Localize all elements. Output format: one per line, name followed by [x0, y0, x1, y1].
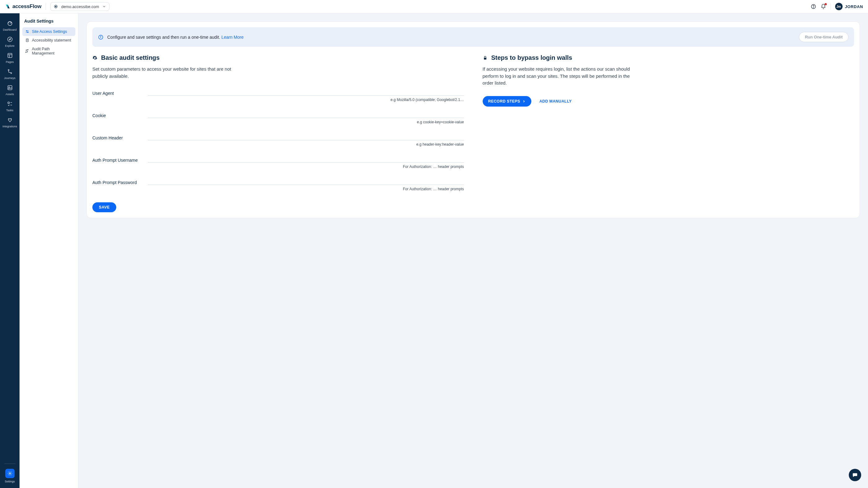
svg-rect-14: [8, 102, 9, 103]
svg-marker-6: [9, 39, 10, 40]
chevron-right-icon: [522, 99, 526, 103]
field-hint: For Authorization: … header prompts: [148, 165, 464, 169]
rail-item-assets[interactable]: Assets: [0, 82, 20, 98]
chevron-down-icon: [102, 5, 106, 8]
save-button[interactable]: SAVE: [92, 202, 116, 212]
compass-icon: [7, 36, 13, 42]
svg-point-13: [9, 87, 10, 88]
user-menu[interactable]: Jm JORDAN: [835, 3, 863, 10]
sidebar-item-site-access[interactable]: Site Access Settings: [22, 27, 75, 36]
chat-icon: [852, 472, 858, 478]
info-banner: Configure and save settings and then run…: [92, 27, 854, 47]
path-icon: [25, 49, 29, 53]
svg-point-17: [9, 473, 10, 475]
cookie-input[interactable]: [148, 113, 464, 118]
app-logo[interactable]: accessFlow: [5, 3, 41, 10]
auth-username-input[interactable]: [148, 158, 464, 163]
learn-more-link[interactable]: Learn More: [221, 35, 244, 40]
basic-settings-column: Basic audit settings Set custom paramete…: [92, 54, 464, 212]
lock-icon: [483, 56, 488, 60]
rail-item-integrations[interactable]: Integrations: [0, 114, 20, 130]
record-steps-button[interactable]: RECORD STEPS: [483, 96, 531, 106]
main-content: Configure and save settings and then run…: [79, 13, 868, 488]
field-auth-password: Auth Prompt Password For Authorization: …: [92, 180, 464, 191]
help-button[interactable]: [811, 4, 816, 9]
svg-rect-12: [8, 86, 12, 90]
sliders-icon: [25, 29, 29, 34]
rail-item-settings[interactable]: Settings: [0, 466, 20, 486]
avatar: Jm: [835, 3, 843, 10]
steps-column: Steps to bypass login walls If accessing…: [483, 54, 855, 212]
route-icon: [7, 68, 13, 75]
svg-point-10: [8, 69, 9, 70]
divider: [4, 463, 16, 464]
svg-rect-7: [8, 53, 12, 57]
sidebar-item-accessibility-statement[interactable]: Accessibility statement: [22, 36, 75, 44]
field-custom-header: Custom Header e.g header-key:header-valu…: [92, 135, 464, 147]
basic-settings-desc: Set custom parameters to access your web…: [92, 66, 235, 79]
tasks-icon: [7, 101, 13, 107]
gear-icon: [7, 470, 13, 476]
site-selector[interactable]: demo.accessibe.com: [50, 2, 109, 11]
svg-point-11: [10, 72, 11, 73]
layout-icon: [7, 52, 13, 59]
svg-point-21: [28, 32, 28, 33]
sidebar-title: Audit Settings: [22, 18, 75, 27]
steps-desc: If accessing your website requires login…: [483, 66, 638, 87]
field-auth-username: Auth Prompt Username For Authorization: …: [92, 157, 464, 169]
sidebar-item-audit-path[interactable]: Audit Path Management: [22, 44, 75, 58]
notification-dot: [825, 3, 827, 5]
rail-item-journeys[interactable]: Journeys: [0, 66, 20, 82]
banner-text: Configure and save settings and then run…: [107, 35, 244, 40]
svg-point-29: [100, 36, 101, 37]
chat-fab[interactable]: [849, 469, 861, 481]
steps-title: Steps to bypass login walls: [483, 54, 855, 61]
svg-point-5: [7, 37, 12, 42]
settings-sidebar: Audit Settings Site Access Settings Acce…: [20, 13, 79, 488]
divider: [45, 3, 46, 10]
user-agent-input[interactable]: [148, 91, 464, 96]
rail-item-explore[interactable]: Explore: [0, 34, 20, 50]
settings-card: Configure and save settings and then run…: [87, 21, 860, 218]
image-icon: [7, 85, 13, 91]
gear-icon: [92, 56, 97, 60]
field-hint: e.g header-key:header-value: [148, 142, 464, 147]
svg-point-25: [25, 52, 26, 53]
field-user-agent: User Agent e.g Mozilla/5.0 (compatible; …: [92, 90, 464, 102]
dashboard-icon: [7, 20, 13, 26]
notifications-button[interactable]: [820, 4, 826, 9]
divider: [831, 3, 831, 10]
user-name: JORDAN: [845, 4, 863, 9]
site-domain: demo.accessibe.com: [61, 4, 99, 9]
field-cookie: Cookie e.g cookie-key=cookie-value: [92, 112, 464, 124]
help-icon: [811, 4, 816, 9]
svg-point-20: [26, 31, 27, 31]
svg-rect-30: [484, 58, 486, 60]
basic-settings-title: Basic audit settings: [92, 54, 464, 61]
run-audit-button[interactable]: Run One-time Audit: [799, 32, 848, 42]
field-hint: For Authorization: … header prompts: [148, 187, 464, 191]
target-icon: [54, 4, 58, 9]
plug-icon: [7, 117, 13, 123]
add-manually-button[interactable]: ADD MANUALLY: [539, 99, 571, 103]
svg-point-1: [56, 6, 57, 7]
field-hint: e.g cookie-key=cookie-value: [148, 120, 464, 124]
svg-point-26: [28, 50, 28, 50]
app-name: accessFlow: [12, 3, 41, 10]
info-icon: [98, 34, 103, 40]
custom-header-input[interactable]: [148, 135, 464, 140]
field-hint: e.g Mozilla/5.0 (compatible; Googlebot/2…: [148, 98, 464, 102]
top-bar: accessFlow demo.accessibe.com Jm JORDAN: [0, 0, 868, 13]
rail-item-tasks[interactable]: Tasks: [0, 98, 20, 114]
svg-point-3: [813, 7, 813, 8]
auth-password-input[interactable]: [148, 180, 464, 185]
logo-mark-icon: [5, 4, 10, 9]
rail-item-pages[interactable]: Pages: [0, 50, 20, 66]
document-icon: [25, 38, 29, 42]
nav-rail: Dashboard Explore Pages Journeys Assets …: [0, 13, 20, 488]
rail-item-dashboard[interactable]: Dashboard: [0, 18, 20, 34]
